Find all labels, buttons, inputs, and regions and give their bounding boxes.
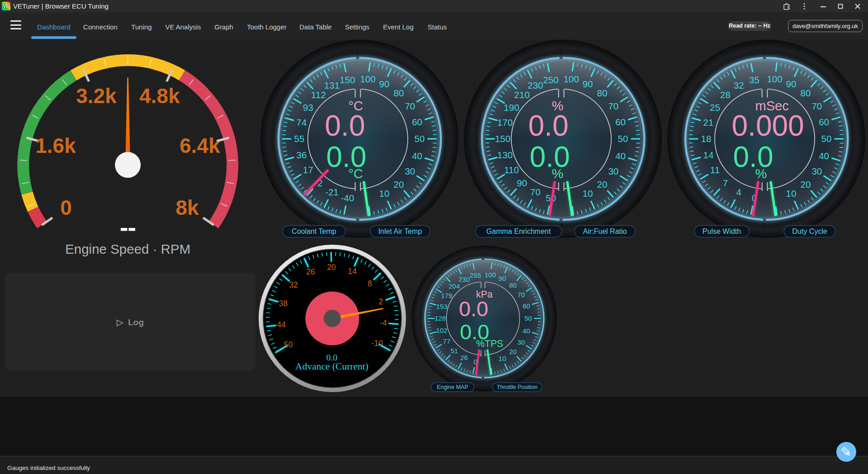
svg-text:11: 11: [710, 165, 720, 175]
svg-text:%: %: [755, 166, 767, 181]
svg-text:-21: -21: [325, 187, 339, 197]
svg-text:32: 32: [734, 80, 744, 90]
svg-text:3.2k: 3.2k: [76, 84, 117, 108]
svg-text:30: 30: [405, 166, 415, 176]
svg-text:102: 102: [436, 327, 448, 334]
svg-text:20: 20: [393, 179, 404, 190]
svg-text:190: 190: [504, 102, 519, 113]
svg-text:1.6k: 1.6k: [35, 134, 76, 157]
svg-text:70: 70: [811, 101, 822, 111]
svg-text:90: 90: [786, 79, 797, 89]
svg-text:153: 153: [436, 303, 448, 310]
svg-text:32: 32: [289, 280, 298, 289]
svg-text:60: 60: [523, 302, 530, 310]
svg-text:7: 7: [723, 178, 728, 188]
svg-text:2: 2: [378, 297, 383, 306]
svg-text:8k: 8k: [175, 196, 199, 219]
svg-text:Engine Speed · RPM: Engine Speed · RPM: [65, 242, 190, 256]
svg-text:170: 170: [497, 117, 513, 128]
svg-text:50: 50: [618, 133, 628, 144]
svg-text:50: 50: [284, 340, 293, 349]
svg-text:0.0: 0.0: [733, 141, 774, 173]
svg-text:Advance (Current): Advance (Current): [295, 361, 368, 372]
svg-text:-4: -4: [380, 318, 387, 327]
svg-text:60: 60: [615, 117, 626, 127]
svg-text:8: 8: [368, 279, 372, 288]
svg-text:20: 20: [327, 263, 336, 272]
svg-text:20: 20: [800, 179, 811, 190]
svg-text:30: 30: [608, 166, 618, 176]
svg-text:112: 112: [311, 90, 326, 100]
svg-text:93: 93: [303, 102, 313, 113]
svg-text:Throttle Position: Throttle Position: [497, 384, 538, 390]
svg-text:30: 30: [517, 338, 525, 346]
svg-text:35: 35: [749, 75, 760, 85]
svg-text:Duty Cycle: Duty Cycle: [792, 228, 827, 235]
svg-text:60: 60: [819, 117, 829, 127]
svg-text:70: 70: [405, 101, 415, 111]
svg-text:90: 90: [379, 79, 390, 89]
svg-text:20: 20: [597, 179, 607, 190]
svg-text:100: 100: [485, 271, 496, 279]
svg-text:40: 40: [819, 151, 829, 161]
svg-text:20: 20: [509, 348, 517, 356]
svg-text:0.0: 0.0: [530, 141, 570, 173]
svg-text:90: 90: [583, 79, 593, 89]
svg-text:4.8k: 4.8k: [139, 84, 180, 108]
svg-text:55: 55: [294, 133, 305, 144]
svg-text:50: 50: [415, 133, 425, 144]
svg-text:131: 131: [324, 80, 340, 90]
svg-text:90: 90: [499, 275, 506, 282]
svg-text:130: 130: [497, 150, 513, 160]
svg-text:14: 14: [703, 150, 714, 160]
svg-text:14: 14: [348, 267, 357, 276]
svg-text:Coolant Temp: Coolant Temp: [292, 228, 336, 235]
svg-text:-10: -10: [372, 339, 383, 348]
svg-text:100: 100: [563, 74, 579, 84]
svg-text:100: 100: [767, 74, 782, 84]
svg-text:6.4k: 6.4k: [179, 134, 220, 157]
svg-text:179: 179: [441, 292, 452, 299]
svg-text:17: 17: [303, 165, 313, 175]
svg-text:38: 38: [279, 299, 288, 308]
svg-text:100: 100: [360, 74, 375, 84]
svg-text:30: 30: [811, 166, 822, 176]
svg-text:26: 26: [460, 354, 468, 361]
svg-text:36: 36: [297, 150, 307, 160]
svg-text:4: 4: [736, 187, 741, 197]
svg-text:10: 10: [379, 188, 390, 199]
svg-text:%: %: [552, 166, 564, 181]
svg-text:Inlet Air Temp: Inlet Air Temp: [378, 228, 422, 235]
svg-text:70: 70: [608, 101, 618, 111]
svg-text:Air:Fuel Ratio: Air:Fuel Ratio: [583, 228, 627, 235]
svg-text:0.0: 0.0: [459, 297, 488, 321]
svg-text:80: 80: [509, 281, 517, 289]
svg-text:230: 230: [528, 80, 543, 90]
svg-text:255: 255: [470, 271, 481, 279]
svg-text:25: 25: [710, 102, 720, 113]
svg-text:90: 90: [517, 178, 527, 188]
svg-text:10: 10: [499, 355, 506, 362]
svg-text:77: 77: [443, 337, 451, 345]
svg-text:80: 80: [597, 88, 607, 98]
svg-text:230: 230: [458, 275, 470, 283]
svg-text:0: 0: [60, 196, 72, 219]
svg-text:Engine MAP: Engine MAP: [437, 384, 468, 390]
svg-text:128: 128: [434, 314, 446, 322]
svg-text:40: 40: [412, 151, 422, 161]
svg-text:60: 60: [412, 117, 422, 127]
svg-text:50: 50: [524, 314, 532, 322]
svg-text:70: 70: [530, 187, 541, 197]
svg-text:204: 204: [448, 282, 460, 290]
svg-text:10: 10: [583, 188, 593, 199]
svg-text:0.0: 0.0: [325, 109, 365, 142]
svg-text:80: 80: [800, 88, 811, 98]
svg-text:74: 74: [297, 117, 307, 128]
svg-text:51: 51: [450, 347, 458, 355]
svg-text:40: 40: [523, 327, 530, 335]
svg-text:26: 26: [306, 267, 315, 276]
svg-text:70: 70: [517, 291, 525, 299]
svg-text:0.0: 0.0: [528, 109, 569, 142]
svg-text:%TPS: %TPS: [476, 338, 503, 349]
svg-text:Gamma Enrichment: Gamma Enrichment: [486, 228, 551, 235]
